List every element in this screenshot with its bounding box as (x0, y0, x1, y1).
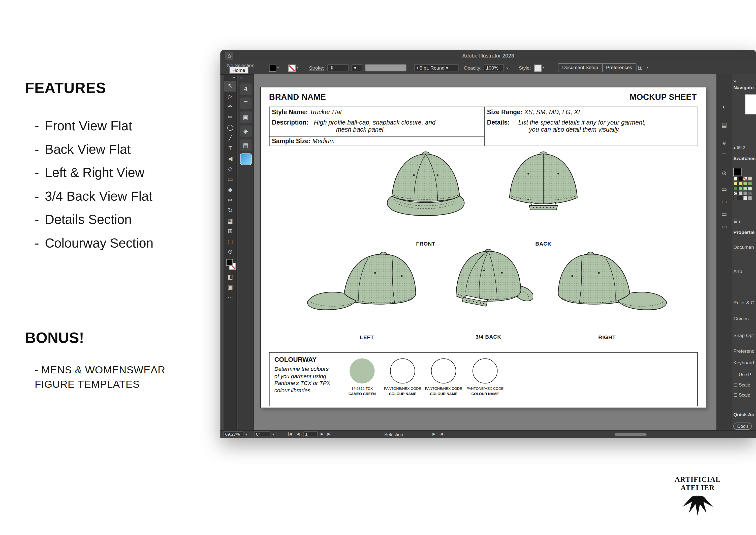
checkbox-scale-1[interactable]: ☐ Scale (733, 382, 750, 387)
align-options-caret-icon[interactable]: ▾ (647, 66, 648, 69)
selection-tool[interactable]: ↖ (224, 81, 236, 91)
symbols-panel-icon[interactable]: ⊙ (717, 170, 731, 177)
stroke-panel-icon[interactable]: ≣ (717, 152, 731, 159)
navigator-panel-title[interactable]: Navigato (733, 85, 754, 90)
properties-row-preferences[interactable]: Preferenc (733, 348, 754, 353)
library-folder-icon[interactable]: ▭ (717, 198, 731, 205)
checkbox-use-preview[interactable]: ☐ Use P (733, 372, 751, 377)
scissors-tool[interactable]: ✂ (224, 195, 236, 206)
libraries-panel-icon[interactable] (240, 153, 252, 165)
horizontal-scrollbar-thumb[interactable] (615, 433, 646, 436)
swatch[interactable] (733, 196, 738, 200)
navigator-zoom-row[interactable]: ▴ 69.2 (733, 145, 745, 150)
brush-preview-field[interactable] (365, 64, 406, 71)
opacity-field[interactable]: 100% (484, 64, 504, 71)
hat-back-view[interactable]: BACK (493, 149, 593, 246)
type-tool[interactable]: T (224, 143, 236, 154)
expand-left-icon[interactable]: ◀ (440, 432, 443, 436)
swatch[interactable] (748, 191, 752, 195)
swatch[interactable] (748, 181, 752, 185)
toolbar-expand-icon[interactable]: » (224, 75, 236, 81)
colour-circle[interactable] (350, 358, 374, 383)
swatch[interactable] (748, 196, 752, 200)
canvas[interactable]: BRAND NAME MOCKUP SHEET Style Name: Truc… (254, 74, 717, 431)
brush-preset-dropdown[interactable]: • 5 pt. Round ▾ (414, 64, 459, 71)
artboard-first-icon[interactable]: |◀ (288, 432, 292, 436)
swatches-footer-icons[interactable]: ☰ ▾ (733, 219, 741, 224)
properties-panel-title[interactable]: Propertie (733, 230, 754, 235)
ellipse-tool[interactable]: ◯ (224, 123, 236, 133)
properties-row-document[interactable]: Documen (733, 244, 754, 250)
style-caret-icon[interactable]: ▾ (542, 66, 544, 69)
stroke-label[interactable]: Stroke: (309, 65, 324, 70)
colour-circle[interactable] (390, 358, 415, 383)
zoom-slider-icon[interactable]: ▴ (733, 145, 736, 150)
swatch[interactable] (743, 181, 747, 185)
swatch[interactable] (743, 196, 747, 200)
align-panel-icon[interactable]: ▤ (240, 139, 252, 151)
screen-mode-button[interactable]: ▣ (224, 282, 236, 293)
swatch[interactable] (733, 186, 738, 191)
artboard-last-icon[interactable]: ▶| (327, 432, 331, 436)
properties-row-guides[interactable]: Guides (733, 316, 749, 321)
more-tools-button[interactable]: ⋯ (224, 293, 236, 303)
properties-row-artboard[interactable]: Artb (733, 269, 742, 274)
pen-tool[interactable]: ✒ (224, 102, 236, 112)
transform-panel-icon[interactable]: # (717, 139, 731, 146)
hat-right-view[interactable]: RIGHT (540, 249, 675, 340)
style-label[interactable]: Style: (519, 65, 531, 70)
swatch[interactable] (738, 191, 742, 195)
quick-action-button[interactable]: Docu (733, 423, 752, 430)
swatch[interactable] (733, 177, 738, 181)
swatches-panel-title[interactable]: Swatches (733, 156, 755, 161)
touch-type-tool[interactable]: ◀ (224, 154, 236, 164)
artboards-panel-icon[interactable]: ▣ (240, 111, 252, 123)
artboard-next-icon[interactable]: ▶ (321, 432, 324, 436)
document-setup-button[interactable]: Document Setup (558, 63, 603, 72)
dock-collapse-icon[interactable]: « (733, 78, 736, 83)
align-options-icon[interactable]: ⊞ (638, 64, 643, 71)
direct-selection-tool[interactable]: ▷ (224, 92, 236, 102)
mesh-tool[interactable]: ▦ (224, 216, 236, 226)
colour-circle[interactable] (431, 358, 456, 383)
color-panel-icon[interactable]: ◐ (717, 104, 731, 110)
panel-menu-icon[interactable]: ≡ (717, 92, 731, 99)
hat-front-view[interactable]: FRONT (375, 149, 476, 246)
library-folder-icon[interactable]: ▭ (717, 223, 731, 230)
artboard-prev-icon[interactable]: ◀ (297, 432, 300, 436)
appearance-panel-icon[interactable]: ◈ (240, 125, 252, 137)
curvature-tool[interactable]: ✏ (224, 112, 236, 123)
line-tool[interactable]: ╱ (224, 133, 236, 143)
swatch[interactable] (748, 186, 752, 191)
properties-row-ruler[interactable]: Ruler & G (733, 300, 754, 305)
library-folder-icon[interactable]: ▭ (717, 186, 731, 193)
rotation-caret-icon[interactable]: ▾ (272, 433, 274, 436)
perspective-grid-tool[interactable]: ⊞ (224, 226, 236, 237)
zoom-tool[interactable]: ⊙ (224, 247, 236, 257)
swatch[interactable] (743, 186, 747, 191)
layers-panel-icon[interactable]: ≣ (240, 97, 252, 109)
eraser-tool[interactable]: ◇ (224, 164, 236, 175)
stroke-color-caret-icon[interactable]: ▾ (297, 66, 298, 69)
draw-mode-button[interactable]: ◧ (224, 272, 236, 282)
checkbox-scale-2[interactable]: ☐ Scale (733, 392, 750, 398)
eyedropper-tool[interactable]: ◆ (224, 185, 236, 195)
swatch[interactable] (748, 177, 752, 181)
zoom-caret-icon[interactable]: ▾ (245, 433, 247, 436)
swatch[interactable] (733, 181, 738, 185)
fill-color-caret-icon[interactable]: ▾ (277, 66, 279, 69)
artboard-number-field[interactable]: 1 (303, 431, 317, 437)
hat-three-quarter-back-view[interactable]: 3/4 BACK (440, 246, 537, 340)
fill-color-swatch[interactable] (269, 65, 277, 72)
fill-chip[interactable] (226, 259, 233, 266)
selected-swatch[interactable] (733, 168, 742, 176)
rectangle-tool[interactable]: ▭ (224, 175, 236, 185)
preferences-button[interactable]: Preferences (602, 63, 636, 72)
swatch[interactable] (743, 177, 747, 181)
rotate-tool[interactable]: ↻ (224, 206, 236, 216)
rotation-field[interactable]: 0° (254, 431, 270, 437)
gradient-panel-icon[interactable]: ▤ (717, 122, 731, 128)
swatch[interactable] (738, 181, 742, 185)
library-folder-icon[interactable]: ▭ (717, 211, 731, 217)
character-panel-icon[interactable]: A (240, 83, 252, 95)
